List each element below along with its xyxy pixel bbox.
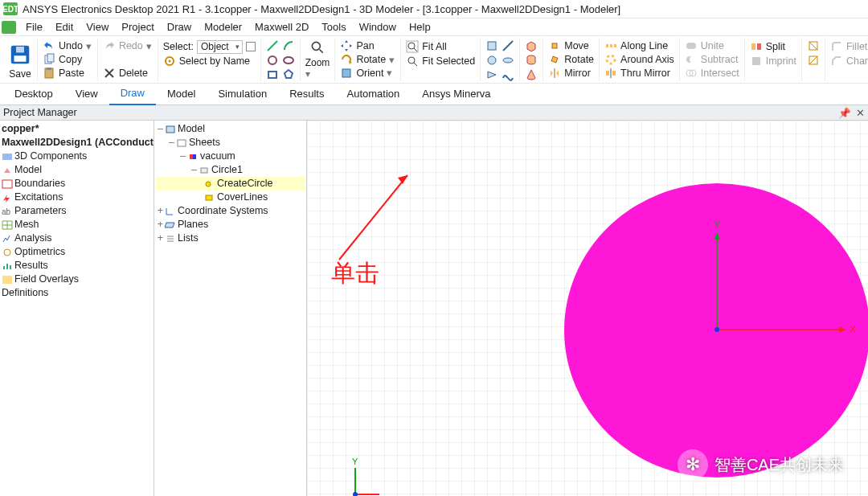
spline-shape-icon[interactable]	[502, 68, 514, 81]
menu-edit[interactable]: Edit	[49, 19, 80, 35]
undo-button[interactable]: Undo▾	[43, 39, 92, 53]
select-by-name-button[interactable]: Select by Name	[163, 54, 256, 68]
tree-item[interactable]: 3D Components	[2, 150, 152, 163]
poly-region-icon[interactable]	[485, 68, 498, 81]
zoom-button[interactable]: Zoom ▾	[301, 38, 336, 81]
menu-tools[interactable]: Tools	[315, 19, 352, 35]
imprint-button[interactable]: Imprint	[750, 54, 796, 68]
polygon-icon[interactable]	[282, 68, 295, 81]
lists-icon	[165, 234, 176, 244]
menu-view[interactable]: View	[80, 19, 115, 35]
unite-button[interactable]: Unite	[685, 39, 739, 53]
tree-item[interactable]: Results	[2, 259, 152, 273]
boolean-group: Unite Subtract Intersect	[680, 38, 745, 81]
definitions-node[interactable]: Definitions	[2, 286, 152, 300]
svg-rect-2	[16, 47, 24, 53]
menu-help[interactable]: Help	[403, 19, 437, 35]
cover-lines-node[interactable]: CoverLines	[156, 191, 305, 204]
thru-mirror-button[interactable]: Thru Mirror	[604, 66, 674, 80]
svg-point-66	[353, 492, 358, 496]
tab-model[interactable]: Model	[156, 84, 207, 105]
cone-icon[interactable]	[525, 68, 538, 81]
viewport[interactable]: X Y Y 单击 ✻ 智善CAE共创未来	[307, 121, 868, 496]
mirror-button[interactable]: Mirror	[548, 66, 594, 80]
wechat-icon: ✻	[678, 449, 708, 480]
tree-item[interactable]: Model	[2, 163, 152, 177]
chamfer-button[interactable]: Chamfer	[830, 54, 868, 68]
ellipse-icon[interactable]	[282, 54, 295, 67]
line-shape-icon[interactable]	[502, 39, 514, 52]
vacuum-node[interactable]: –vacuum	[156, 150, 305, 163]
triad-icon: Y	[339, 458, 387, 496]
orient-button[interactable]: Orient▾	[340, 66, 395, 80]
svg-rect-47	[10, 265, 11, 269]
tab-draw[interactable]: Draw	[109, 84, 156, 105]
lists-node[interactable]: +Lists	[156, 232, 305, 245]
material-icon	[187, 152, 199, 162]
tab-simulation[interactable]: Simulation	[207, 84, 278, 105]
close-panel-icon[interactable]: ✕	[856, 107, 865, 119]
tab-results[interactable]: Results	[278, 84, 335, 105]
align-b-icon[interactable]	[807, 54, 820, 67]
line-icon[interactable]	[266, 39, 279, 52]
save-button[interactable]: Save	[3, 38, 38, 81]
menu-file[interactable]: File	[19, 19, 49, 35]
svg-rect-17	[488, 42, 496, 50]
tree-item[interactable]: Field Overlays	[2, 273, 152, 286]
tree-item[interactable]: Mesh	[2, 218, 152, 232]
intersect-button[interactable]: Intersect	[685, 66, 739, 80]
subtract-button[interactable]: Subtract	[685, 53, 739, 67]
tab-desktop[interactable]: Desktop	[3, 84, 64, 105]
fillet-button[interactable]: Fillet	[830, 39, 868, 54]
menu-modeler[interactable]: Modeler	[198, 19, 248, 35]
menu-window[interactable]: Window	[353, 19, 403, 35]
align-a-icon[interactable]	[807, 39, 820, 52]
rect-draw-icon[interactable]	[266, 68, 279, 81]
model-root[interactable]: –Model	[156, 122, 305, 136]
select-mode-dropdown[interactable]: Object	[197, 40, 243, 54]
cylinder-icon[interactable]	[525, 54, 538, 67]
delete-button[interactable]: Delete	[103, 66, 153, 80]
coord-sys-node[interactable]: +Coordinate Systems	[156, 204, 305, 218]
svg-rect-50	[178, 140, 186, 146]
fit-all-button[interactable]: Fit All	[406, 39, 475, 54]
fit-selected-button[interactable]: Fit Selected	[406, 54, 475, 68]
select-mode-check[interactable]	[246, 42, 256, 51]
tree-item[interactable]: Analysis	[2, 232, 152, 245]
tree-item[interactable]: Optimetrics	[2, 245, 152, 259]
rotate-view-button[interactable]: Rotate▾	[340, 53, 395, 67]
tab-view[interactable]: View	[64, 84, 109, 105]
design-node[interactable]: Maxwell2DDesign1 (ACConduction, )	[2, 136, 152, 150]
ellipse-shape-icon[interactable]	[502, 54, 514, 67]
tree-item[interactable]: Excitations	[2, 191, 152, 204]
pin-icon[interactable]: 📌	[838, 107, 851, 119]
tab-automation[interactable]: Automation	[335, 84, 411, 105]
around-axis-button[interactable]: Around Axis	[604, 53, 674, 67]
arc-icon[interactable]	[282, 39, 295, 52]
save-icon	[8, 43, 32, 67]
rect-region-icon[interactable]	[485, 39, 498, 52]
menu-maxwell-2d[interactable]: Maxwell 2D	[248, 19, 315, 35]
redo-button[interactable]: Redo▾	[103, 39, 153, 53]
svg-rect-53	[201, 168, 207, 173]
copy-button[interactable]: Copy	[43, 53, 92, 67]
menu-draw[interactable]: Draw	[161, 19, 198, 35]
rotate-button[interactable]: Rotate	[548, 53, 594, 67]
circle-draw-icon[interactable]	[266, 54, 279, 67]
box-icon[interactable]	[525, 39, 538, 52]
paste-button[interactable]: Paste	[43, 66, 92, 80]
split-button[interactable]: Split	[750, 39, 796, 54]
menu-project[interactable]: Project	[115, 19, 160, 35]
circle1-node[interactable]: –Circle1	[156, 163, 305, 177]
planes-node[interactable]: +Planes	[156, 218, 305, 232]
move-button[interactable]: Move	[548, 39, 594, 53]
tab-ansys-minerva[interactable]: Ansys Minerva	[411, 84, 502, 105]
pan-button[interactable]: Pan	[340, 39, 395, 53]
tree-item[interactable]: abParameters	[2, 204, 152, 218]
create-circle-node[interactable]: CreateCircle	[156, 177, 305, 191]
along-line-button[interactable]: Along Line	[604, 39, 674, 53]
tree-item[interactable]: Boundaries	[2, 177, 152, 191]
project-root[interactable]: copper*	[2, 122, 152, 136]
circle-region-icon[interactable]	[485, 54, 498, 67]
sheets-node[interactable]: –Sheets	[156, 136, 305, 150]
